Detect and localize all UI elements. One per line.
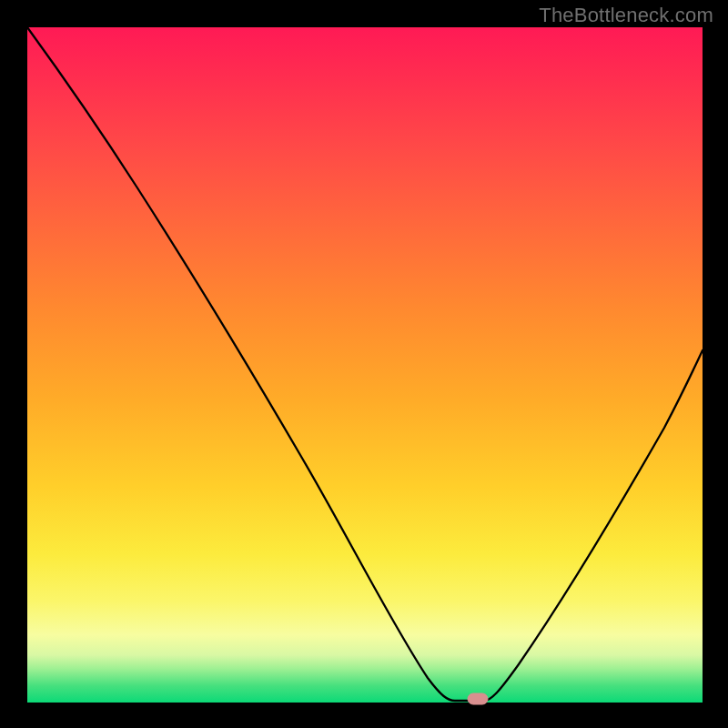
bottleneck-curve	[27, 27, 703, 701]
curve-svg	[27, 27, 703, 703]
watermark-text: TheBottleneck.com	[539, 4, 713, 27]
plot-area	[27, 27, 703, 703]
optimum-marker	[468, 693, 488, 704]
chart-frame: TheBottleneck.com	[0, 0, 728, 728]
